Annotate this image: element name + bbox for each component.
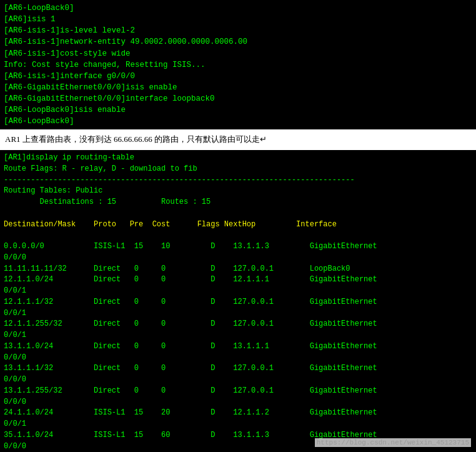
- top-line-9: [AR6-LoopBack0]isis enable: [4, 104, 472, 116]
- blank-line2: [4, 230, 472, 241]
- top-line-2: [AR6-isis-1]is-level level-2: [4, 25, 472, 36]
- route-table-rows: 0.0.0.0/0 ISIS-L1 15 10 D 13.1.1.3 Gigab…: [4, 241, 472, 452]
- top-line-3: [AR6-isis-1]network-entity 49.0002.0000.…: [4, 36, 472, 48]
- dest-routes-counts: Destinations : 15 Routes : 15: [4, 197, 472, 208]
- top-line-8: [AR6-GigabitEthernet0/0/0]interface loop…: [4, 93, 472, 104]
- route-row-continued: 0/0/0: [4, 374, 472, 386]
- route-row: 13.1.1.255/32 Direct 0 0 D 127.0.0.1 Gig…: [4, 386, 472, 397]
- column-headers: Destination/Mask Proto Pre Cost Flags Ne…: [4, 219, 472, 231]
- route-row: 13.1.1.0/24 Direct 0 0 D 13.1.1.1 Gigabi…: [4, 341, 472, 353]
- terminal-bottom: [AR1]display ip routing-table Route Flag…: [0, 150, 476, 452]
- route-row: 12.1.1.1/32 Direct 0 0 D 127.0.0.1 Gigab…: [4, 297, 472, 308]
- middle-text-content: AR1 上查看路由表，没有到达 66.66.66.66 的路由，只有默认路由可以…: [5, 134, 260, 144]
- route-row: 11.11.11.11/32 Direct 0 0 D 127.0.0.1 Lo…: [4, 264, 472, 275]
- route-row-continued: 0/0/0: [4, 397, 472, 408]
- route-row: 12.1.1.255/32 Direct 0 0 D 127.0.0.1 Gig…: [4, 319, 472, 330]
- top-line-6: [AR6-isis-1]interface g0/0/0: [4, 71, 472, 82]
- watermark: https://blog.csdn.net/weixin_45123715: [315, 438, 471, 447]
- route-row-continued: 0/0/0: [4, 353, 472, 364]
- top-line-4: [AR6-isis-1]cost-style wide: [4, 48, 472, 59]
- middle-annotation: AR1 上查看路由表，没有到达 66.66.66.66 的路由，只有默认路由可以…: [0, 129, 476, 150]
- terminal-top: [AR6-LoopBack0] [AR6]isis 1 [AR6-isis-1]…: [0, 0, 476, 129]
- blank-line: [4, 208, 472, 219]
- top-line-1: [AR6]isis 1: [4, 14, 472, 25]
- route-row: 13.1.1.1/32 Direct 0 0 D 127.0.0.1 Gigab…: [4, 363, 472, 374]
- top-line-0: [AR6-LoopBack0]: [4, 3, 472, 14]
- route-row: 24.1.1.0/24 ISIS-L1 15 20 D 12.1.1.2 Gig…: [4, 408, 472, 419]
- route-row: 12.1.1.0/24 Direct 0 0 D 12.1.1.1 Gigabi…: [4, 274, 472, 286]
- top-line-5: Info: Cost style changed, Resetting ISIS…: [4, 59, 472, 71]
- route-row-continued: 0/0/1: [4, 330, 472, 341]
- command-line: [AR1]display ip routing-table: [4, 153, 472, 164]
- route-row-continued: 0/0/1: [4, 419, 472, 430]
- top-line-7: [AR6-GigabitEthernet0/0/0]isis enable: [4, 82, 472, 93]
- route-row-continued: 0/0/1: [4, 308, 472, 319]
- route-row-continued: 0/0/0: [4, 253, 472, 264]
- separator: ----------------------------------------…: [4, 175, 472, 186]
- routing-tables-label: Routing Tables: Public: [4, 186, 472, 197]
- route-row: 0.0.0.0/0 ISIS-L1 15 10 D 13.1.1.3 Gigab…: [4, 241, 472, 253]
- route-row-continued: 0/0/1: [4, 286, 472, 297]
- top-line-10: [AR6-LoopBack0]: [4, 116, 472, 127]
- route-flags: Route Flags: R - relay, D - download to …: [4, 164, 472, 175]
